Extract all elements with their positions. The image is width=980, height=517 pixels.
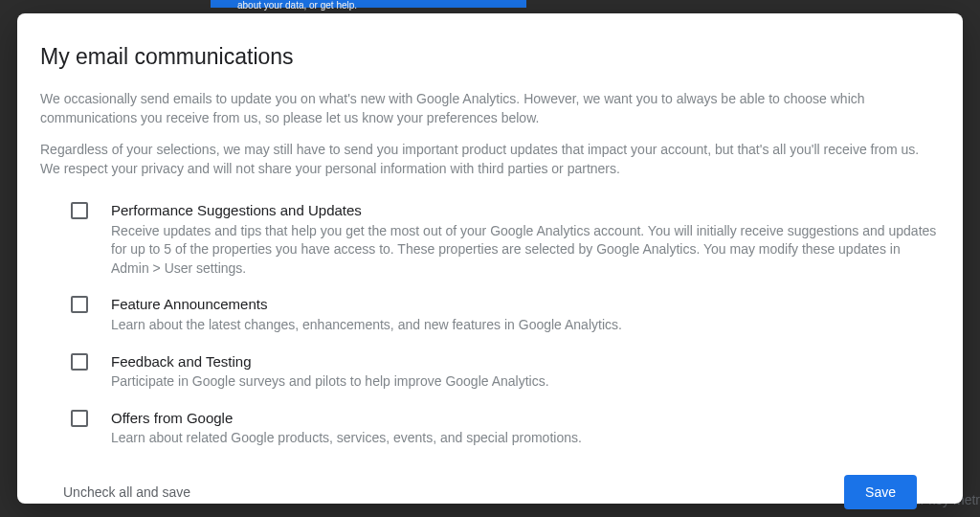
option-row-feedback: Feedback and Testing Participate in Goog… bbox=[71, 352, 940, 392]
option-desc: Participate in Google surveys and pilots… bbox=[111, 372, 549, 392]
modal-description-2: Regardless of your selections, we may st… bbox=[40, 140, 940, 179]
options-list: Performance Suggestions and Updates Rece… bbox=[40, 201, 940, 465]
checkbox-feedback[interactable] bbox=[71, 353, 88, 371]
option-title: Offers from Google bbox=[111, 409, 582, 428]
option-title: Feedback and Testing bbox=[111, 352, 549, 371]
modal-footer: Uncheck all and save Save bbox=[40, 465, 940, 509]
option-row-features: Feature Announcements Learn about the la… bbox=[71, 295, 940, 334]
modal-overlay: My email communications We occasionally … bbox=[0, 0, 980, 517]
email-communications-modal: My email communications We occasionally … bbox=[17, 13, 963, 504]
option-desc: Receive updates and tips that help you g… bbox=[111, 222, 940, 279]
option-title: Performance Suggestions and Updates bbox=[111, 201, 940, 220]
option-title: Feature Announcements bbox=[111, 295, 622, 314]
checkbox-features[interactable] bbox=[71, 296, 88, 313]
checkbox-offers[interactable] bbox=[71, 410, 88, 427]
option-desc: Learn about the latest changes, enhancem… bbox=[111, 316, 622, 335]
modal-description-1: We occasionally send emails to update yo… bbox=[40, 89, 940, 128]
option-text: Offers from Google Learn about related G… bbox=[111, 409, 582, 448]
checkbox-performance[interactable] bbox=[71, 202, 88, 219]
option-text: Feedback and Testing Participate in Goog… bbox=[111, 352, 549, 392]
option-text: Feature Announcements Learn about the la… bbox=[111, 295, 622, 334]
option-row-performance: Performance Suggestions and Updates Rece… bbox=[71, 201, 940, 278]
option-desc: Learn about related Google products, ser… bbox=[111, 429, 582, 448]
modal-title: My email communications bbox=[40, 44, 940, 70]
option-text: Performance Suggestions and Updates Rece… bbox=[111, 201, 940, 278]
option-row-offers: Offers from Google Learn about related G… bbox=[71, 409, 940, 448]
save-button[interactable]: Save bbox=[844, 475, 917, 509]
uncheck-all-button[interactable]: Uncheck all and save bbox=[63, 484, 190, 500]
